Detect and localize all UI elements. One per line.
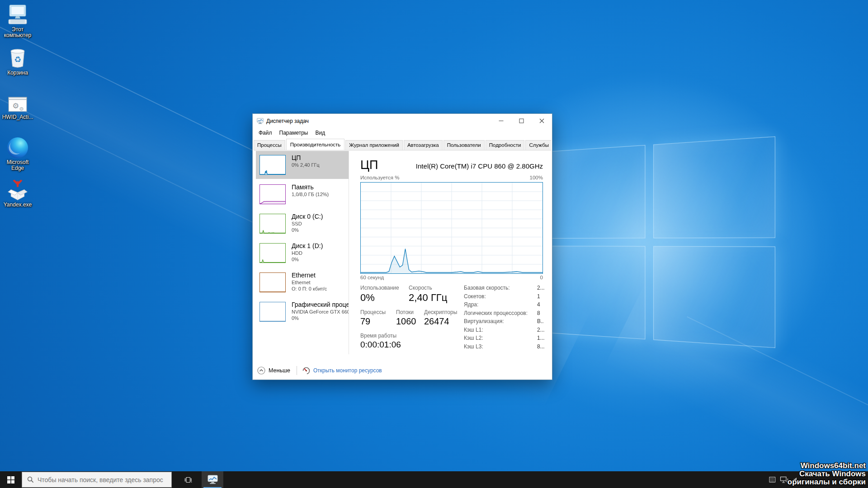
sidebar-item-sub: NVIDIA GeForce GTX 660 xyxy=(292,309,349,315)
kv-value: 2... xyxy=(537,285,545,291)
chart-xlabel-right: 0 xyxy=(540,275,543,280)
windows-logo-pane xyxy=(653,136,775,239)
sidebar-item-disk1[interactable]: Диск 1 (D:) HDD 0% xyxy=(256,239,349,267)
sidebar-item-sub: 0% xyxy=(292,227,349,233)
search-input[interactable] xyxy=(38,476,164,483)
sidebar-item-sub: SSD xyxy=(292,221,349,227)
gpu-mini-chart xyxy=(259,302,286,322)
disk1-mini-chart xyxy=(259,243,286,263)
cpu-stats: Использование Скорость 0% 2,40 ГГц Проце… xyxy=(360,284,543,356)
kv-value: 1 xyxy=(537,293,540,300)
sidebar-item-sub: 0% xyxy=(292,256,349,263)
stat-value-threads: 1060 xyxy=(396,316,416,327)
tab-processes[interactable]: Процессы xyxy=(254,140,285,150)
start-button[interactable] xyxy=(0,471,22,488)
windows-logo xyxy=(542,136,775,348)
menu-file[interactable]: Файл xyxy=(255,129,276,137)
titlebar[interactable]: Диспетчер задач xyxy=(253,114,552,128)
kv-row: Кэш L3: 8... xyxy=(464,343,543,352)
chart-ymax: 100% xyxy=(530,175,543,180)
kv-value: 8 xyxy=(537,310,540,316)
taskbar xyxy=(0,471,868,488)
sidebar-item-ethernet[interactable]: Ethernet Ethernet О: 0 П: 0 кбит/с xyxy=(256,268,349,296)
svg-text:⚙: ⚙ xyxy=(12,102,19,110)
menu-options[interactable]: Параметры xyxy=(276,129,312,137)
desktop-icon-label: Microsoft Edge xyxy=(0,160,35,171)
collapse-button[interactable]: Меньше xyxy=(257,366,290,375)
menu-view[interactable]: Вид xyxy=(311,129,329,137)
sidebar-item-cpu[interactable]: ЦП 0% 2,40 ГГц xyxy=(256,151,349,179)
stat-label: Время работы xyxy=(360,333,396,339)
kv-row: Логических процессоров: 8 xyxy=(464,310,543,318)
watermark-line: Скачать Windows xyxy=(788,470,866,478)
sidebar-item-memory[interactable]: Память 1,0/8,0 ГБ (12%) xyxy=(256,180,349,208)
sidebar-item-title: Диск 1 (D:) xyxy=(292,242,349,250)
memory-mini-chart xyxy=(259,184,286,204)
kv-row: Ядра: 4 xyxy=(464,301,543,310)
tab-performance[interactable]: Производительность xyxy=(286,139,345,150)
stat-value-handles: 26474 xyxy=(424,316,449,327)
maximize-button[interactable] xyxy=(511,114,532,128)
stat-label: Использование xyxy=(360,285,399,291)
chart-ylabel: Используется % xyxy=(360,175,399,180)
kv-label: Сокетов: xyxy=(464,293,486,300)
kv-row: Виртуализация: В.. xyxy=(464,318,543,326)
tab-details[interactable]: Подробности xyxy=(486,140,525,150)
desktop-icon-yandex[interactable]: Yandex.exe xyxy=(0,180,35,208)
desktop-icon-this-pc[interactable]: Этот компьютер xyxy=(0,5,35,38)
stat-label: Потоки xyxy=(396,309,414,315)
kv-value: 4 xyxy=(537,301,540,308)
kv-label: Базовая скорость: xyxy=(464,285,510,291)
stat-label: Скорость xyxy=(409,285,432,291)
window-title: Диспетчер задач xyxy=(266,118,309,124)
tab-services[interactable]: Службы xyxy=(525,140,551,150)
app-window-gears-icon: ⚙ ⚙ xyxy=(0,96,35,113)
stat-value-speed: 2,40 ГГц xyxy=(409,292,447,304)
tab-startup[interactable]: Автозагрузка xyxy=(404,140,443,150)
sidebar-item-sub: 0% xyxy=(292,315,349,321)
kv-label: Ядра: xyxy=(464,301,478,308)
disk0-mini-chart xyxy=(259,214,286,234)
open-resource-monitor-link[interactable]: Открыть монитор ресурсов xyxy=(302,367,382,375)
watermark: Windows64bit.net Скачать Windows оригина… xyxy=(788,462,866,486)
svg-text:♻: ♻ xyxy=(14,55,21,64)
kv-row: Кэш L1: 2... xyxy=(464,327,543,335)
stat-value-usage: 0% xyxy=(360,292,375,304)
watermark-line: оригиналы и сборки xyxy=(788,478,866,486)
recycle-bin-icon: ♻ xyxy=(0,47,35,69)
kv-value: 1... xyxy=(537,335,545,341)
edge-logo-icon xyxy=(0,137,35,158)
stat-label: Дескрипторы xyxy=(424,309,457,315)
menubar: Файл Параметры Вид xyxy=(253,128,552,138)
touch-keyboard-icon[interactable] xyxy=(769,476,776,483)
taskbar-task-manager-button[interactable] xyxy=(202,471,223,488)
kv-row: Базовая скорость: 2... xyxy=(464,285,543,293)
resource-monitor-label: Открыть монитор ресурсов xyxy=(313,367,382,374)
tab-app-history[interactable]: Журнал приложений xyxy=(345,140,403,150)
desktop-icon-label: HWID_Acti... xyxy=(0,114,35,120)
desktop-icon-edge[interactable]: Microsoft Edge xyxy=(0,137,35,171)
yandex-box-icon xyxy=(0,180,35,201)
kv-value: 2... xyxy=(537,327,545,333)
desktop-icon-recycle-bin[interactable]: ♻ Корзина xyxy=(0,47,35,76)
this-pc-icon xyxy=(0,5,35,25)
task-view-button[interactable] xyxy=(177,471,199,488)
minimize-button[interactable] xyxy=(491,114,511,128)
sidebar-item-disk0[interactable]: Диск 0 (C:) SSD 0% xyxy=(256,210,349,238)
sidebar-item-title: Ethernet xyxy=(292,272,349,279)
sidebar-item-sub: HDD xyxy=(292,250,349,256)
sidebar-item-gpu[interactable]: Графический процессор NVIDIA GeForce GTX… xyxy=(256,298,349,326)
close-button[interactable] xyxy=(532,114,552,128)
tab-users[interactable]: Пользователи xyxy=(443,140,485,150)
kv-label: Виртуализация: xyxy=(464,318,504,324)
taskbar-search[interactable] xyxy=(22,472,172,488)
cpu-detail-pane: ЦП Intel(R) Core(TM) i7 CPU 860 @ 2.80GH… xyxy=(360,154,543,356)
sidebar-item-title: Графический процессор xyxy=(292,301,349,309)
kv-value: В.. xyxy=(537,318,544,324)
desktop-icon-hwid[interactable]: ⚙ ⚙ HWID_Acti... xyxy=(0,96,35,120)
kv-label: Кэш L3: xyxy=(464,343,483,350)
task-manager-app-icon xyxy=(257,118,264,124)
windows-logo-pane xyxy=(653,246,775,348)
desktop-icon-label: Yandex.exe xyxy=(0,202,35,208)
windows-logo-icon xyxy=(7,476,14,483)
